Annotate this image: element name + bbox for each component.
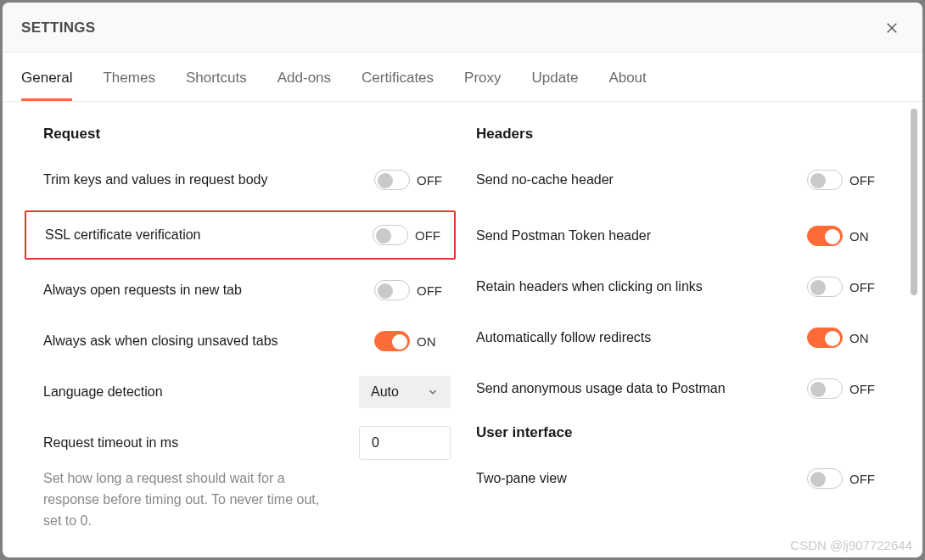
label-ask-close: Always ask when closing unsaved tabs — [43, 332, 278, 350]
toggle-retain-headers[interactable] — [807, 277, 843, 297]
row-language-detection: Language detection Auto — [43, 372, 451, 412]
toggle-postman-token[interactable] — [807, 226, 843, 246]
request-section: Request Trim keys and values in request … — [43, 126, 451, 540]
section-title-request: Request — [43, 126, 451, 143]
toggle-state-ssl: OFF — [415, 228, 444, 243]
tab-certificates[interactable]: Certificates — [362, 70, 434, 101]
row-trim-body: Trim keys and values in request body OFF — [43, 160, 451, 200]
toggle-state-postman-token: ON — [849, 229, 878, 244]
close-icon — [884, 20, 900, 36]
select-language-value: Auto — [371, 384, 399, 400]
tab-about[interactable]: About — [608, 70, 646, 101]
input-request-timeout[interactable] — [359, 426, 451, 460]
row-no-cache: Send no-cache header OFF — [476, 160, 883, 200]
toggle-trim-body[interactable] — [374, 170, 410, 190]
toggle-state-no-cache: OFF — [849, 173, 878, 188]
row-ssl-verification: SSL certificate verification OFF — [25, 210, 456, 260]
help-request-timeout: Set how long a request should wait for a… — [43, 468, 332, 531]
toggle-state-redirects: ON — [849, 331, 878, 345]
label-language-detection: Language detection — [43, 383, 163, 401]
row-request-timeout: Request timeout in ms Set how long a req… — [43, 423, 451, 531]
toggle-usage-data[interactable] — [807, 378, 843, 399]
label-trim-body: Trim keys and values in request body — [43, 171, 267, 189]
close-button[interactable] — [880, 16, 904, 40]
toggle-follow-redirects[interactable] — [807, 328, 843, 348]
row-ask-close: Always ask when closing unsaved tabs ON — [43, 321, 451, 361]
tabs-bar: General Themes Shortcuts Add-ons Certifi… — [3, 53, 922, 102]
tab-shortcuts[interactable]: Shortcuts — [186, 70, 247, 101]
label-two-pane: Two-pane view — [476, 469, 567, 488]
label-usage-data: Send anonymous usage data to Postman — [476, 379, 726, 398]
toggle-ssl-verification[interactable] — [373, 225, 408, 245]
row-retain-headers: Retain headers when clicking on links OF… — [476, 266, 883, 307]
modal-title: SETTINGS — [21, 20, 95, 36]
toggle-two-pane[interactable] — [807, 468, 843, 489]
toggle-new-tab[interactable] — [374, 280, 410, 300]
toggle-state-retain: OFF — [849, 280, 878, 294]
label-no-cache: Send no-cache header — [476, 171, 614, 189]
tab-update[interactable]: Update — [532, 70, 579, 101]
settings-modal: SETTINGS General Themes Shortcuts Add-on… — [3, 3, 922, 557]
settings-content: Request Trim keys and values in request … — [3, 102, 909, 557]
chevron-down-icon — [427, 386, 439, 398]
row-two-pane: Two-pane view OFF — [476, 458, 883, 499]
scrollbar-thumb[interactable] — [911, 109, 917, 295]
label-follow-redirects: Automatically follow redirects — [476, 328, 651, 347]
toggle-no-cache[interactable] — [807, 170, 843, 190]
row-usage-data: Send anonymous usage data to Postman OFF — [476, 368, 883, 409]
headers-section: Headers Send no-cache header OFF Send Po… — [476, 126, 883, 540]
row-follow-redirects: Automatically follow redirects ON — [476, 317, 883, 358]
toggle-state-two-pane: OFF — [849, 472, 878, 486]
tab-themes[interactable]: Themes — [103, 70, 154, 101]
toggle-state-usage: OFF — [849, 382, 878, 396]
section-title-headers: Headers — [476, 126, 883, 143]
toggle-state-ask-close: ON — [417, 334, 446, 349]
row-new-tab: Always open requests in new tab OFF — [43, 270, 451, 311]
toggle-state-trim: OFF — [417, 173, 446, 188]
label-new-tab: Always open requests in new tab — [43, 281, 242, 300]
toggle-state-new-tab: OFF — [417, 283, 446, 298]
row-postman-token: Send Postman Token header ON — [476, 216, 883, 256]
modal-header: SETTINGS — [3, 3, 922, 53]
tab-general[interactable]: General — [21, 70, 72, 101]
label-retain-headers: Retain headers when clicking on links — [476, 277, 703, 296]
label-postman-token: Send Postman Token header — [476, 227, 651, 245]
tab-addons[interactable]: Add-ons — [278, 70, 331, 101]
label-ssl-verification: SSL certificate verification — [45, 226, 200, 244]
scrollbar[interactable] — [909, 109, 919, 551]
toggle-ask-close[interactable] — [374, 331, 410, 351]
select-language-detection[interactable]: Auto — [359, 376, 451, 408]
section-title-ui: User interface — [476, 424, 883, 441]
tab-proxy[interactable]: Proxy — [464, 70, 501, 101]
label-request-timeout: Request timeout in ms — [43, 434, 178, 452]
